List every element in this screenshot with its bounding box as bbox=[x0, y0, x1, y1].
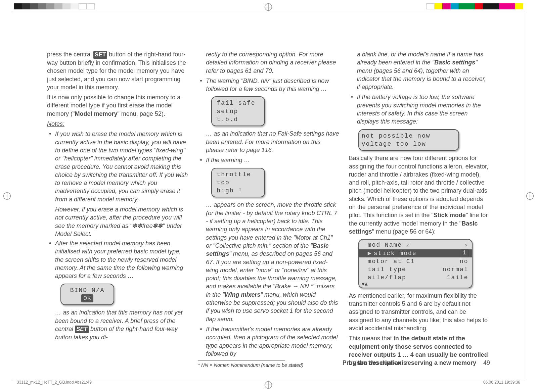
paragraph: … as an indication that this memory has … bbox=[47, 308, 188, 341]
swatch bbox=[71, 3, 79, 9]
swatch bbox=[87, 3, 95, 9]
notes-heading: Notes: bbox=[47, 120, 188, 128]
swatch bbox=[38, 3, 46, 9]
lcd-label: aile/flap bbox=[368, 274, 406, 281]
lcd-value: › bbox=[464, 241, 468, 249]
list-item: If the battery voltage is too low, the s… bbox=[349, 93, 490, 126]
paragraph: press the central SET button of the righ… bbox=[47, 50, 188, 91]
print-footer-right: 06.06.2011 19:39:36 bbox=[483, 380, 520, 385]
lcd-line: BIND N/A bbox=[66, 286, 109, 294]
lcd-basic-settings: mod Name ‹› ▶stick mode1 motor at C1no t… bbox=[358, 239, 473, 288]
lcd-line: not possible now bbox=[362, 132, 454, 140]
lcd-row: tail typenormal bbox=[362, 265, 468, 274]
lcd-row: motor at C1no bbox=[362, 257, 468, 265]
swatch bbox=[466, 3, 475, 9]
bullet-list: If the battery voltage is too low, the s… bbox=[349, 93, 490, 126]
swatch bbox=[14, 3, 22, 9]
text-bold: Basic settings bbox=[434, 59, 475, 66]
swatch bbox=[499, 3, 507, 9]
lcd-label: mod Name ‹ bbox=[368, 242, 411, 248]
paragraph: a blank line, or the model's name if a n… bbox=[349, 50, 490, 91]
column-1: press the central SET button of the righ… bbox=[47, 50, 188, 371]
footnote-rule bbox=[198, 360, 285, 361]
registration-mark-icon bbox=[264, 381, 273, 389]
list-item: If you wish to erase the model memory wh… bbox=[47, 130, 188, 238]
text: If you wish to erase the model memory wh… bbox=[55, 131, 188, 202]
registration-mark-icon bbox=[264, 3, 273, 11]
swatch bbox=[483, 3, 491, 9]
text: " menu, page 52). bbox=[117, 110, 165, 117]
footer-title: Program description: reserving a new mem… bbox=[343, 359, 476, 366]
lcd-value: normal bbox=[443, 265, 468, 274]
text: … appears on the screen, move the thrott… bbox=[206, 201, 337, 249]
page-number: 49 bbox=[483, 359, 490, 366]
paragraph: … appears on the screen, move the thrott… bbox=[198, 201, 339, 323]
lcd-line: too bbox=[217, 179, 260, 187]
lcd-label: tail type bbox=[368, 266, 406, 273]
swatch bbox=[458, 3, 466, 9]
bullet-list: The warning "BIND. n/v" just described i… bbox=[198, 77, 339, 93]
lcd-line: voltage too low bbox=[362, 140, 454, 148]
lcd-label: stick mode bbox=[374, 250, 417, 257]
swatch bbox=[30, 3, 38, 9]
lcd-ok-chip: OK bbox=[81, 294, 93, 302]
bullet-list: If the warning … bbox=[198, 156, 339, 164]
paragraph: As mentioned earlier, for maximum flexib… bbox=[349, 292, 490, 332]
swatch bbox=[491, 3, 499, 9]
colorbar-right bbox=[426, 3, 523, 9]
text: However, if you erase a model memory whi… bbox=[55, 205, 188, 238]
colorbar-left bbox=[14, 3, 95, 9]
bullet-list: If the transmitter's model memories are … bbox=[198, 325, 339, 358]
lcd-value: 1 bbox=[461, 249, 468, 257]
swatch bbox=[62, 3, 71, 9]
set-button-chip: SET bbox=[93, 51, 107, 59]
lcd-bind-warning: BIND N/A OK bbox=[60, 284, 114, 305]
lcd-value: 1aile bbox=[447, 274, 468, 282]
text-bold: Model memory bbox=[75, 110, 117, 117]
text: " menu (page 56 or 64): bbox=[372, 228, 436, 235]
page-footer: Program description: reserving a new mem… bbox=[343, 359, 490, 366]
column-2: rectly to the corresponding option. For … bbox=[198, 50, 339, 371]
lcd-value: no bbox=[460, 257, 468, 265]
list-item: The warning "BIND. n/v" just described i… bbox=[198, 77, 339, 93]
list-item: If the transmitter's model memories are … bbox=[198, 325, 339, 358]
text-bold: Wing mixers bbox=[225, 291, 261, 298]
registration-mark-icon bbox=[526, 192, 534, 200]
paragraph: Basically there are now four different o… bbox=[349, 154, 490, 236]
swatch bbox=[450, 3, 458, 9]
lcd-line: t.b.d bbox=[217, 115, 260, 124]
lcd-line: throttle bbox=[217, 170, 260, 179]
swatch bbox=[507, 3, 515, 9]
list-item: After the selected model memory has been… bbox=[47, 239, 188, 280]
swatch bbox=[434, 3, 442, 9]
list-item: If the warning … bbox=[198, 156, 339, 164]
footnote: * NN = Nomen Nominandum (name to be stat… bbox=[198, 362, 339, 369]
registration-mark-icon bbox=[3, 192, 11, 200]
lcd-label: motor at C1 bbox=[368, 258, 415, 265]
print-footer-left: 33112_mx12_HoTT_2_GB.indd Abs21:49 bbox=[17, 380, 92, 385]
lcd-throttle-warning: throttle too high ! bbox=[211, 168, 265, 198]
swatch bbox=[79, 3, 87, 9]
set-button-chip: SET bbox=[75, 326, 89, 333]
page-content: press the central SET button of the righ… bbox=[47, 50, 490, 371]
lcd-row: aile/flap1aile bbox=[362, 274, 468, 282]
lcd-scroll-arrows-icon: ▼▲ bbox=[362, 282, 468, 287]
swatch bbox=[442, 3, 450, 9]
notes-list: If you wish to erase the model memory wh… bbox=[47, 130, 188, 280]
text: Basically there are now four different o… bbox=[349, 155, 488, 218]
paragraph: rectly to the corresponding option. For … bbox=[198, 50, 339, 75]
lcd-voltage-warning: not possible now voltage too low bbox=[358, 129, 459, 151]
text: This means that bbox=[349, 335, 394, 342]
lcd-row-selected: ▶stick mode1 bbox=[359, 249, 472, 257]
swatch bbox=[426, 3, 434, 9]
lcd-failsafe-warning: fail safe setup t.b.d bbox=[211, 96, 265, 126]
paragraph: … as an indication that no Fail-Safe set… bbox=[198, 130, 339, 154]
swatch bbox=[46, 3, 54, 9]
swatch bbox=[475, 3, 483, 9]
paragraph: It is now only possible to change this m… bbox=[47, 93, 188, 118]
column-3: a blank line, or the model's name if a n… bbox=[349, 50, 490, 371]
lcd-line: setup bbox=[217, 107, 260, 115]
swatch bbox=[22, 3, 30, 9]
lcd-line: high ! bbox=[217, 187, 260, 195]
lcd-row: mod Name ‹› bbox=[362, 241, 468, 249]
